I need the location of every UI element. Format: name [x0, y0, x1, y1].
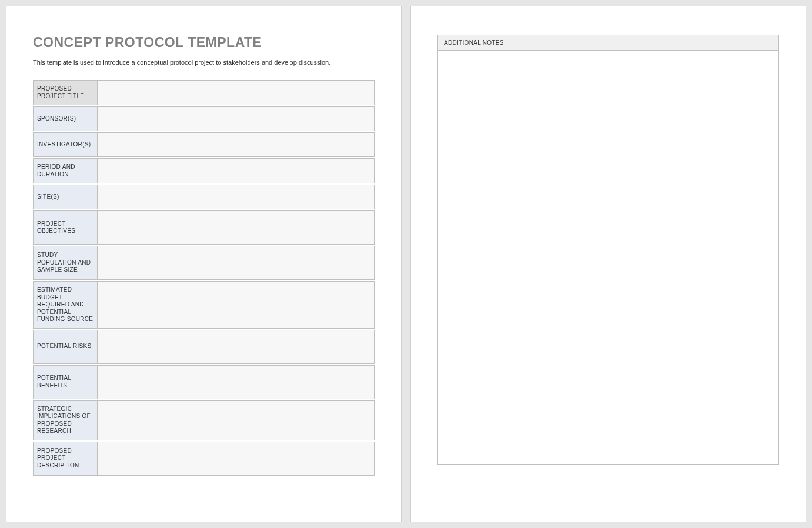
field-label: SITE(S): [33, 185, 98, 209]
field-row-study-population: STUDY POPULATION AND SAMPLE SIZE: [33, 246, 375, 280]
field-value[interactable]: [98, 246, 375, 280]
field-row-sites: SITE(S): [33, 185, 375, 209]
field-label: POTENTIAL RISKS: [33, 330, 98, 364]
field-row-estimated-budget: ESTIMATED BUDGET REQUIRED AND POTENTIAL …: [33, 281, 375, 329]
field-label: STUDY POPULATION AND SAMPLE SIZE: [33, 246, 98, 280]
field-label: ESTIMATED BUDGET REQUIRED AND POTENTIAL …: [33, 281, 98, 329]
field-row-sponsors: SPONSOR(S): [33, 106, 375, 131]
field-value[interactable]: [98, 132, 375, 157]
field-value[interactable]: [98, 281, 375, 329]
field-value[interactable]: [98, 210, 375, 245]
document-title: CONCEPT PROTOCOL TEMPLATE: [33, 35, 375, 51]
additional-notes-body[interactable]: [438, 51, 778, 463]
form-table: PROPOSED PROJECT TITLE SPONSOR(S) INVEST…: [33, 79, 375, 477]
field-value[interactable]: [98, 106, 375, 131]
field-value[interactable]: [98, 365, 375, 399]
field-value[interactable]: [98, 442, 375, 476]
field-value[interactable]: [98, 158, 375, 183]
field-row-strategic-implications: STRATEGIC IMPLICATIONS OF PROPOSED RESEA…: [33, 400, 375, 440]
field-value[interactable]: [98, 185, 375, 209]
field-label: PROPOSED PROJECT TITLE: [33, 80, 98, 105]
field-row-period-duration: PERIOD AND DURATION: [33, 158, 375, 183]
field-label: PROPOSED PROJECT DESCRIPTION: [33, 442, 98, 476]
field-label: SPONSOR(S): [33, 106, 98, 131]
field-row-investigators: INVESTIGATOR(S): [33, 132, 375, 157]
field-value[interactable]: [98, 400, 375, 440]
additional-notes-header: ADDITIONAL NOTES: [438, 35, 778, 51]
field-row-potential-risks: POTENTIAL RISKS: [33, 330, 375, 364]
page-2: ADDITIONAL NOTES: [410, 6, 806, 522]
field-row-potential-benefits: POTENTIAL BENEFITS: [33, 365, 375, 399]
field-label: STRATEGIC IMPLICATIONS OF PROPOSED RESEA…: [33, 400, 98, 440]
field-value[interactable]: [98, 80, 375, 105]
field-row-proposed-description: PROPOSED PROJECT DESCRIPTION: [33, 442, 375, 476]
field-label: PROJECT OBJECTIVES: [33, 210, 98, 245]
document-subtitle: This template is used to introduce a con…: [33, 59, 375, 66]
page-1: CONCEPT PROTOCOL TEMPLATE This template …: [6, 6, 402, 522]
field-row-project-objectives: PROJECT OBJECTIVES: [33, 210, 375, 245]
field-label: POTENTIAL BENEFITS: [33, 365, 98, 399]
field-label: INVESTIGATOR(S): [33, 132, 98, 157]
additional-notes-box: ADDITIONAL NOTES: [437, 35, 779, 465]
field-row-proposed-project-title: PROPOSED PROJECT TITLE: [33, 80, 375, 105]
field-value[interactable]: [98, 330, 375, 364]
field-label: PERIOD AND DURATION: [33, 158, 98, 183]
